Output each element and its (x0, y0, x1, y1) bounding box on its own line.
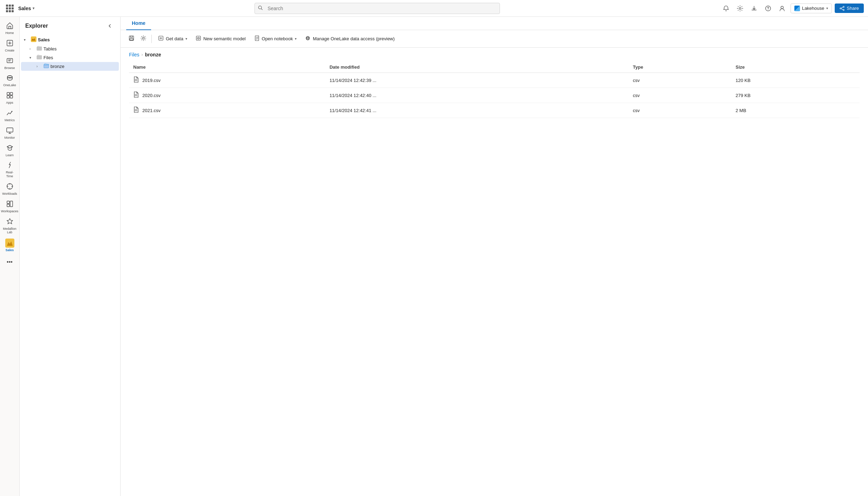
search-input[interactable] (255, 3, 500, 14)
explorer-collapse-button[interactable] (105, 21, 115, 31)
file-size: 279 KB (731, 88, 860, 103)
tree-item-bronze[interactable]: › bronze (21, 62, 119, 71)
settings-button[interactable] (734, 3, 746, 14)
breadcrumb-current: bronze (145, 52, 161, 57)
col-name[interactable]: Name (129, 62, 325, 73)
explorer-header: Explorer (20, 17, 120, 35)
open-notebook-button[interactable]: Open notebook ▾ (251, 33, 300, 44)
table-row[interactable]: 2020.csv 11/14/2024 12:42:40 ... csv 279… (129, 88, 860, 103)
breadcrumb-files-link[interactable]: Files (129, 52, 140, 57)
file-table-body: 2019.csv 11/14/2024 12:42:39 ... csv 120… (129, 73, 860, 118)
tree-item-sales-root[interactable]: ▾ Sales (21, 35, 119, 44)
notification-button[interactable] (720, 3, 732, 14)
account-button[interactable] (777, 3, 788, 14)
sidebar-item-browse[interactable]: Browse (1, 55, 18, 72)
col-date[interactable]: Date modified (325, 62, 629, 73)
svg-point-5 (781, 6, 783, 8)
workspace-title[interactable]: Sales ▾ (18, 6, 34, 11)
svg-marker-30 (7, 219, 13, 224)
svg-point-8 (840, 8, 841, 9)
sidebar-item-home[interactable]: Home (1, 20, 18, 37)
get-data-chevron-icon: ▾ (185, 37, 187, 41)
metrics-icon (6, 109, 14, 118)
sidebar-item-realtime-label: Real-Time (3, 171, 17, 178)
sidebar-item-metrics[interactable]: Metrics (1, 107, 18, 124)
tab-home[interactable]: Home (126, 17, 151, 30)
bronze-folder-icon (43, 63, 49, 69)
settings-toolbar-button[interactable] (138, 33, 149, 44)
content-toolbar: Get data ▾ New semantic model (121, 30, 868, 48)
sidebar-item-workspaces[interactable]: Workspaces (1, 198, 18, 215)
col-size[interactable]: Size (731, 62, 860, 73)
table-row[interactable]: 2021.csv 11/14/2024 12:42:41 ... csv 2 M… (129, 103, 860, 118)
grid-icon (6, 5, 14, 12)
tree-item-tables[interactable]: › Tables ··· (21, 44, 119, 53)
sidebar-item-sales[interactable]: Sales (1, 236, 18, 254)
file-type: csv (629, 73, 731, 88)
get-data-button[interactable]: Get data ▾ (155, 33, 191, 44)
sidebar-item-create[interactable]: Create (1, 37, 18, 55)
svg-rect-35 (130, 36, 132, 38)
lakehouse-button[interactable]: Lakehouse ▾ (791, 4, 832, 13)
sidebar-item-sales-label: Sales (6, 248, 14, 252)
bronze-label: bronze (50, 64, 116, 69)
svg-rect-36 (130, 39, 133, 40)
manage-onelake-button[interactable]: Manage OneLake data access (preview) (301, 33, 398, 44)
svg-rect-21 (7, 96, 9, 98)
sidebar-item-medallion[interactable]: Medallion Lab (1, 215, 18, 237)
workspace-area: Explorer ▾ Sales (20, 17, 868, 496)
notebook-icon (254, 35, 260, 42)
tables-folder-icon (36, 46, 42, 52)
sidebar-item-onelake-label: OneLake (3, 83, 16, 87)
file-icon (133, 91, 139, 99)
sidebar-item-onelake[interactable]: OneLake (1, 72, 18, 89)
new-semantic-model-button[interactable]: New semantic model (192, 33, 249, 44)
onelake-icon (6, 74, 14, 83)
svg-line-9 (841, 7, 843, 8)
file-type: csv (629, 103, 731, 118)
save-button[interactable] (126, 33, 137, 44)
explorer-title: Explorer (25, 23, 48, 29)
sidebar-item-browse-label: Browse (4, 66, 15, 70)
sidebar-item-apps[interactable]: Apps (1, 89, 18, 107)
content-area: Home (121, 17, 868, 496)
apps-icon (6, 91, 14, 100)
help-button[interactable] (762, 3, 774, 14)
lakehouse-chevron-icon: ▾ (826, 6, 828, 10)
sidebar-item-workloads[interactable]: Workloads (1, 180, 18, 198)
apps-grid-button[interactable] (4, 3, 15, 14)
svg-point-7 (843, 9, 845, 11)
page-tabs: Home (121, 17, 868, 30)
sidebar-item-learn[interactable]: Learn (1, 142, 18, 159)
home-icon (6, 22, 14, 30)
sidebar-item-home-label: Home (5, 31, 14, 35)
search-bar[interactable] (255, 3, 500, 14)
share-button[interactable]: Share (835, 4, 864, 13)
learn-icon (6, 144, 14, 153)
sidebar-item-monitor[interactable]: Monitor (1, 124, 18, 142)
file-name: 2020.csv (142, 93, 161, 98)
svg-point-43 (198, 38, 199, 39)
manage-icon (305, 35, 311, 42)
svg-point-18 (7, 76, 12, 78)
sidebar-item-realtime[interactable]: Real-Time (1, 159, 18, 180)
file-type: csv (629, 88, 731, 103)
new-semantic-label: New semantic model (203, 36, 246, 41)
file-date: 11/14/2024 12:42:40 ... (325, 88, 629, 103)
realtime-icon (6, 161, 14, 170)
sales-root-folder-icon (31, 36, 36, 43)
get-data-icon (158, 35, 164, 42)
col-type[interactable]: Type (629, 62, 731, 73)
lakehouse-icon (794, 6, 800, 11)
tables-label: Tables (43, 46, 110, 51)
table-row[interactable]: 2019.csv 11/14/2024 12:42:39 ... csv 120… (129, 73, 860, 88)
download-button[interactable] (748, 3, 760, 14)
sidebar-more-button[interactable]: ••• (1, 257, 18, 267)
tree-item-files[interactable]: ▾ Files (21, 53, 119, 62)
topbar-right: Lakehouse ▾ Share (720, 3, 864, 14)
new-semantic-icon (196, 35, 201, 42)
svg-point-6 (843, 6, 845, 7)
svg-line-1 (261, 8, 262, 9)
svg-point-2 (739, 7, 741, 9)
expand-tables-icon: › (29, 47, 35, 51)
